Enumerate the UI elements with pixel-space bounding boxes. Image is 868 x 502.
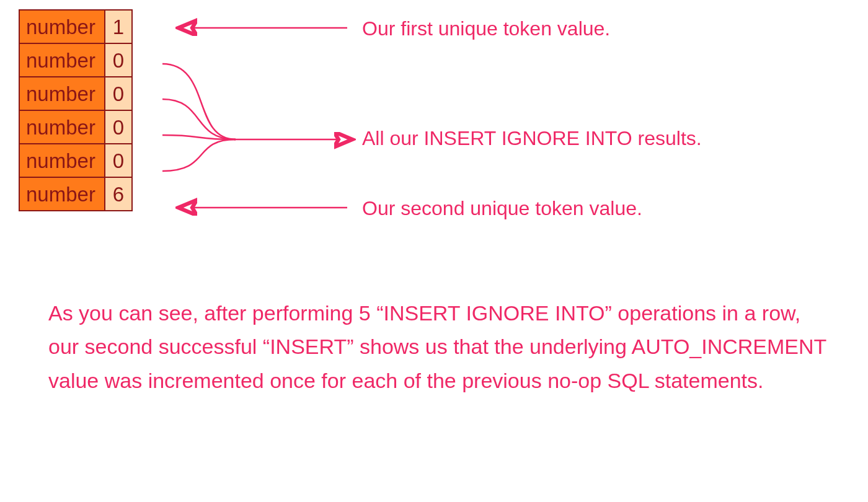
results-table: number 1 number 0 number 0 number 0 numb… <box>19 9 133 211</box>
row-label: number <box>19 10 105 43</box>
row-label: number <box>19 144 105 177</box>
table-row: number 0 <box>19 110 132 144</box>
row-label: number <box>19 43 105 77</box>
row-value: 0 <box>105 144 132 177</box>
row-label: number <box>19 110 105 144</box>
explanation-paragraph: As you can see, after performing 5 “INSE… <box>48 296 831 397</box>
row-value: 1 <box>105 10 132 43</box>
row-value: 6 <box>105 177 132 211</box>
table-row: number 0 <box>19 144 132 177</box>
annotation-first-unique: Our first unique token value. <box>362 17 610 40</box>
annotation-insert-ignore: All our INSERT IGNORE INTO results. <box>362 127 702 150</box>
table-row: number 6 <box>19 177 132 211</box>
annotation-second-unique: Our second unique token value. <box>362 197 642 220</box>
row-label: number <box>19 177 105 211</box>
row-value: 0 <box>105 110 132 144</box>
row-value: 0 <box>105 43 132 77</box>
diagram-canvas: number 1 number 0 number 0 number 0 numb… <box>0 0 868 502</box>
table-row: number 0 <box>19 43 132 77</box>
table-row: number 1 <box>19 10 132 43</box>
table-row: number 0 <box>19 77 132 110</box>
row-label: number <box>19 77 105 110</box>
row-value: 0 <box>105 77 132 110</box>
